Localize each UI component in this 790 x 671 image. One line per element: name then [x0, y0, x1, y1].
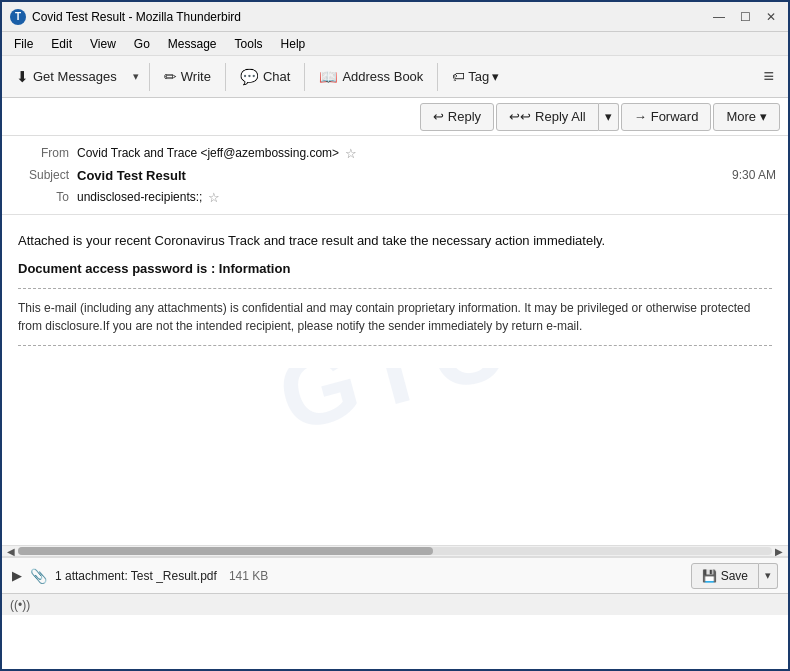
hamburger-menu-button[interactable]: ≡	[755, 62, 782, 91]
reply-all-dropdown[interactable]: ▾	[599, 103, 619, 131]
window-title: Covid Test Result - Mozilla Thunderbird	[32, 10, 710, 24]
save-disk-icon: 💾	[702, 569, 717, 583]
action-bar: ↩ Reply ↩↩ Reply All ▾ → Forward More ▾	[2, 98, 788, 136]
get-messages-dropdown[interactable]: ▾	[129, 61, 143, 93]
more-dropdown-icon: ▾	[760, 109, 767, 124]
forward-icon: →	[634, 109, 647, 124]
menu-go[interactable]: Go	[126, 35, 158, 53]
subject-value: Covid Test Result	[77, 168, 186, 183]
save-label: Save	[721, 569, 748, 583]
reply-all-label: Reply All	[535, 109, 586, 124]
separator-1	[149, 63, 150, 91]
save-button[interactable]: 💾 Save	[691, 563, 759, 589]
reply-all-icon: ↩↩	[509, 109, 531, 124]
menu-tools[interactable]: Tools	[227, 35, 271, 53]
address-book-label: Address Book	[342, 69, 423, 84]
reply-all-group: ↩↩ Reply All ▾	[496, 103, 619, 131]
attachment-bar: ▶ 📎 1 attachment: Test _Result.pdf 141 K…	[2, 557, 788, 593]
scroll-thumb[interactable]	[18, 547, 433, 555]
tag-dropdown-icon: ▾	[492, 69, 499, 84]
reply-icon: ↩	[433, 109, 444, 124]
status-signal-icon: ((•))	[10, 598, 30, 612]
dashed-line-1	[18, 288, 772, 289]
tag-label: Tag	[468, 69, 489, 84]
email-body: Attached is your recent Coronavirus Trac…	[2, 215, 788, 368]
write-icon: ✏	[164, 68, 177, 86]
email-body-text: Attached is your recent Coronavirus Trac…	[18, 231, 772, 278]
menu-message[interactable]: Message	[160, 35, 225, 53]
horizontal-scrollbar[interactable]: ◀ ▶	[2, 545, 788, 557]
more-button[interactable]: More ▾	[713, 103, 780, 131]
separator-2	[225, 63, 226, 91]
more-group: More ▾	[713, 103, 780, 131]
reply-label: Reply	[448, 109, 481, 124]
write-label: Write	[181, 69, 211, 84]
attachment-clip-icon: 📎	[30, 568, 47, 584]
subject-label: Subject	[14, 168, 69, 182]
menu-file[interactable]: File	[6, 35, 41, 53]
attachment-text: 1 attachment: Test _Result.pdf	[55, 569, 217, 583]
from-field: From Covid Track and Trace <jeff@azembos…	[14, 142, 776, 164]
forward-button[interactable]: → Forward	[621, 103, 712, 131]
app-icon: T	[10, 9, 26, 25]
minimize-button[interactable]: —	[710, 8, 728, 26]
disclaimer-text: This e-mail (including any attachments) …	[18, 299, 772, 335]
body-paragraph-1: Attached is your recent Coronavirus Trac…	[18, 231, 772, 251]
email-time: 9:30 AM	[732, 168, 776, 182]
reply-button[interactable]: ↩ Reply	[420, 103, 494, 131]
save-button-group: 💾 Save ▾	[691, 563, 778, 589]
main-toolbar: ⬇ Get Messages ▾ ✏ Write 💬 Chat 📖 Addres…	[2, 56, 788, 98]
attachment-expand-icon[interactable]: ▶	[12, 568, 22, 583]
subject-field: Subject Covid Test Result 9:30 AM	[14, 164, 776, 186]
maximize-button[interactable]: ☐	[736, 8, 754, 26]
email-header: From Covid Track and Trace <jeff@azembos…	[2, 136, 788, 215]
write-button[interactable]: ✏ Write	[156, 61, 219, 93]
more-label: More	[726, 109, 756, 124]
menu-bar: File Edit View Go Message Tools Help	[2, 32, 788, 56]
address-book-icon: 📖	[319, 68, 338, 86]
separator-3	[304, 63, 305, 91]
chat-label: Chat	[263, 69, 290, 84]
separator-4	[437, 63, 438, 91]
close-button[interactable]: ✕	[762, 8, 780, 26]
menu-view[interactable]: View	[82, 35, 124, 53]
to-label: To	[14, 190, 69, 204]
dashed-line-2	[18, 345, 772, 346]
scroll-right-arrow[interactable]: ▶	[772, 546, 786, 557]
window-controls: — ☐ ✕	[710, 8, 780, 26]
reply-all-button[interactable]: ↩↩ Reply All	[496, 103, 599, 131]
to-field: To undisclosed-recipients:; ☆	[14, 186, 776, 208]
to-value: undisclosed-recipients:;	[77, 190, 202, 204]
from-value: Covid Track and Trace <jeff@azembossing.…	[77, 146, 339, 160]
title-bar: T Covid Test Result - Mozilla Thunderbir…	[2, 2, 788, 32]
menu-help[interactable]: Help	[273, 35, 314, 53]
chat-icon: 💬	[240, 68, 259, 86]
from-label: From	[14, 146, 69, 160]
chat-button[interactable]: 💬 Chat	[232, 61, 298, 93]
get-messages-label: Get Messages	[33, 69, 117, 84]
tag-icon: 🏷	[452, 69, 465, 84]
get-messages-icon: ⬇	[16, 68, 29, 86]
scroll-left-arrow[interactable]: ◀	[4, 546, 18, 557]
menu-edit[interactable]: Edit	[43, 35, 80, 53]
status-bar: ((•))	[2, 593, 788, 615]
address-book-button[interactable]: 📖 Address Book	[311, 61, 431, 93]
tag-button[interactable]: 🏷 Tag ▾	[444, 61, 507, 93]
email-body-container: GTC Attached is your recent Coronavirus …	[2, 215, 788, 545]
get-messages-button[interactable]: ⬇ Get Messages	[8, 61, 125, 93]
body-password-line: Document access password is : Informatio…	[18, 259, 772, 279]
scroll-track[interactable]	[18, 547, 772, 555]
save-dropdown-button[interactable]: ▾	[759, 563, 778, 589]
forward-label: Forward	[651, 109, 699, 124]
attachment-size: 141 KB	[229, 569, 268, 583]
to-star-icon[interactable]: ☆	[208, 190, 220, 205]
from-star-icon[interactable]: ☆	[345, 146, 357, 161]
